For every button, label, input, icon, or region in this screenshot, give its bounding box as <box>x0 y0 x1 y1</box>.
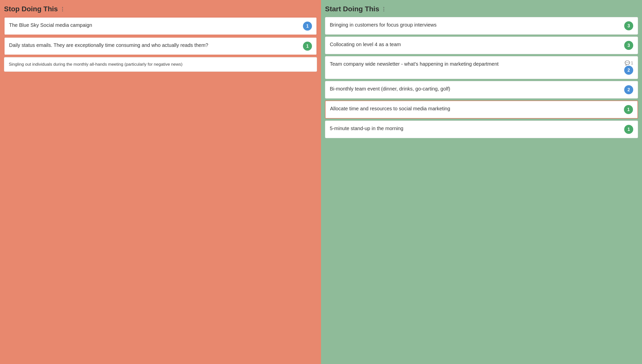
start-card-1[interactable]: Bringing in customers for focus group in… <box>325 17 638 35</box>
start-card-5-text: Allocate time and resources to social me… <box>330 105 621 112</box>
stop-card-1[interactable]: The Blue Sky Social media campaign 1 <box>4 17 317 35</box>
start-card-3[interactable]: Team company wide newsletter - what's ha… <box>325 56 638 79</box>
start-column-title: Start Doing This <box>325 5 379 13</box>
stop-card-2[interactable]: Daily status emails. They are exceptiona… <box>4 37 317 55</box>
start-card-5-badge: 1 <box>624 105 633 114</box>
start-card-2-text: Collocating on level 4 as a team <box>330 41 621 48</box>
start-column-menu[interactable]: ⋮ <box>381 6 386 12</box>
stop-card-1-text: The Blue Sky Social media campaign <box>9 22 300 29</box>
stop-card-3-text: Singling out individuals during the mont… <box>9 61 312 67</box>
stop-column-title: Stop Doing This <box>4 5 58 13</box>
start-card-6[interactable]: 5-minute stand-up in the morning 1 <box>325 121 638 138</box>
start-card-3-badge: 2 <box>624 66 633 75</box>
comment-icon: 💬 <box>625 60 630 66</box>
start-card-2-badge: 3 <box>624 41 633 50</box>
stop-card-3[interactable]: Singling out individuals during the mont… <box>4 57 317 72</box>
start-card-4[interactable]: Bi-monthly team event (dinner, drinks, g… <box>325 81 638 99</box>
stop-card-1-badge: 1 <box>303 22 312 31</box>
start-card-5[interactable]: Allocate time and resources to social me… <box>325 101 638 119</box>
start-card-6-text: 5-minute stand-up in the morning <box>330 125 621 132</box>
start-card-1-badge: 3 <box>624 21 633 30</box>
stop-card-2-badge: 1 <box>303 42 312 51</box>
start-card-3-comment-count: 1 <box>631 61 633 66</box>
start-card-4-badge: 2 <box>624 85 633 94</box>
stop-cards-container: The Blue Sky Social media campaign 1 Dai… <box>4 17 317 74</box>
stop-card-2-text: Daily status emails. They are exceptiona… <box>9 42 300 49</box>
stop-column-menu[interactable]: ⋮ <box>60 6 65 12</box>
start-card-6-badge: 1 <box>624 125 633 134</box>
start-card-1-text: Bringing in customers for focus group in… <box>330 21 621 28</box>
start-cards-container: Bringing in customers for focus group in… <box>325 17 638 140</box>
start-column: Start Doing This ⋮ Bringing in customers… <box>321 0 642 364</box>
start-column-header: Start Doing This ⋮ <box>325 5 638 13</box>
start-card-2[interactable]: Collocating on level 4 as a team 3 <box>325 37 638 54</box>
start-card-3-text: Team company wide newsletter - what's ha… <box>330 60 621 75</box>
stop-column-header: Stop Doing This ⋮ <box>4 5 317 13</box>
start-card-3-right: 💬 1 2 <box>621 60 633 75</box>
start-card-3-comment-badge: 💬 1 <box>625 60 633 66</box>
stop-column: Stop Doing This ⋮ The Blue Sky Social me… <box>0 0 321 364</box>
start-card-4-text: Bi-monthly team event (dinner, drinks, g… <box>330 85 621 92</box>
